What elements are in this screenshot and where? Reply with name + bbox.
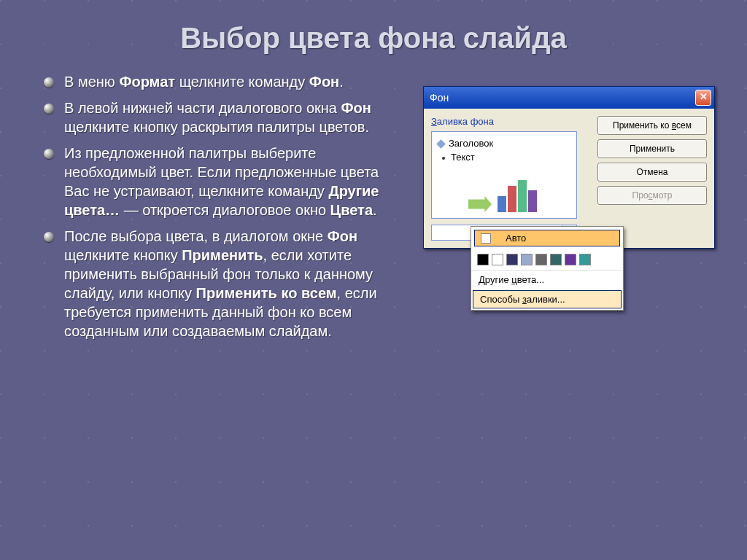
preview-text: Текст <box>451 152 475 163</box>
bullet-text: После выбора цвета, в диалогом окне Фон … <box>64 227 401 341</box>
mini-chart-icon <box>468 180 537 212</box>
group-label: Заливка фона <box>431 116 590 127</box>
bullet-text: В меню Формат щелкните команду Фон. <box>64 72 344 91</box>
preview-title: Заголовок <box>449 138 493 149</box>
diamond-icon <box>436 139 446 149</box>
bullet-list: В меню Формат щелкните команду Фон.В лев… <box>0 72 409 348</box>
color-swatch[interactable] <box>579 254 591 265</box>
auto-swatch <box>481 233 491 244</box>
background-dialog: Фон ✕ Заливка фона Заголовок Текст ▾ При… <box>423 86 715 249</box>
bullet-icon <box>44 232 54 242</box>
color-palette-popup: Авто Другие цвета... Способы заливки... <box>471 226 624 311</box>
apply-button[interactable]: Применить <box>597 139 707 158</box>
color-swatch[interactable] <box>550 254 562 265</box>
dialog-buttons: Применить ко всем Применить Отмена Просм… <box>597 116 707 241</box>
bullet-item: После выбора цвета, в диалогом окне Фон … <box>44 227 401 341</box>
page-title: Выбор цвета фона слайда <box>0 0 747 72</box>
bullet-item: В меню Формат щелкните команду Фон. <box>44 72 401 91</box>
close-icon[interactable]: ✕ <box>695 90 711 106</box>
palette-swatches <box>471 249 623 270</box>
dialog-left-panel: Заливка фона Заголовок Текст ▾ <box>431 116 590 241</box>
color-swatch[interactable] <box>477 254 489 265</box>
bullet-icon <box>44 104 54 114</box>
preview-button[interactable]: Просмотр <box>597 186 707 205</box>
apply-all-button[interactable]: Применить ко всем <box>597 116 707 135</box>
color-swatch[interactable] <box>535 254 547 265</box>
bullet-text: Из предложенной палитры выберите необход… <box>64 144 401 219</box>
bullet-icon <box>44 77 54 88</box>
color-swatch[interactable] <box>565 254 576 265</box>
palette-fill-methods[interactable]: Способы заливки... <box>473 290 622 308</box>
bullet-item: В левой нижней части диалогового окна Фо… <box>44 98 401 136</box>
dialog-titlebar[interactable]: Фон ✕ <box>424 87 714 109</box>
cancel-button[interactable]: Отмена <box>597 163 707 182</box>
palette-auto-label: Авто <box>506 233 526 244</box>
palette-auto[interactable]: Авто <box>474 230 620 246</box>
palette-more-colors[interactable]: Другие цвета... <box>471 270 623 289</box>
color-swatch[interactable] <box>521 254 533 265</box>
color-swatch[interactable] <box>492 254 503 265</box>
color-swatch[interactable] <box>506 254 518 265</box>
dialog-title-text: Фон <box>430 92 695 104</box>
bullet-icon <box>44 149 54 159</box>
bullet-item: Из предложенной палитры выберите необход… <box>44 144 401 219</box>
bullet-text: В левой нижней части диалогового окна Фо… <box>64 98 401 136</box>
dot-icon <box>442 157 445 160</box>
slide-preview: Заголовок Текст <box>431 131 577 219</box>
